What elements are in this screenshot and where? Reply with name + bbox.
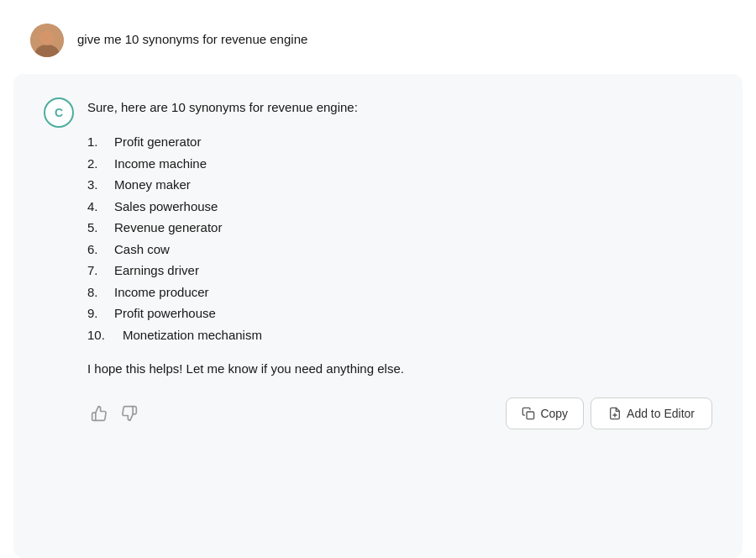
chat-container: give me 10 synonyms for revenue engine C… — [0, 0, 756, 558]
ai-intro: Sure, here are 10 synonyms for revenue e… — [87, 97, 712, 118]
list-number-1: 1. — [87, 131, 111, 153]
list-text-2: Income machine — [114, 153, 207, 175]
ai-avatar: C — [44, 97, 74, 128]
list-item: 3. Money maker — [87, 174, 712, 196]
list-item: 7. Earnings driver — [87, 260, 712, 282]
add-to-editor-button[interactable]: Add to Editor — [591, 397, 712, 429]
list-number-8: 8. — [87, 282, 111, 303]
list-text-3: Money maker — [114, 174, 191, 196]
thumbs-down-icon — [121, 405, 138, 422]
user-message-text: give me 10 synonyms for revenue engine — [77, 24, 307, 50]
list-item: 10. Monetization mechanism — [87, 324, 712, 346]
svg-rect-0 — [527, 412, 534, 419]
ai-content: Sure, here are 10 synonyms for revenue e… — [87, 97, 712, 440]
list-number-9: 9. — [87, 303, 111, 324]
list-text-8: Income producer — [114, 282, 209, 303]
user-avatar — [30, 24, 64, 57]
feedback-buttons — [87, 402, 141, 425]
list-text-4: Sales powerhouse — [114, 196, 218, 218]
synonym-list: 1. Profit generator 2. Income machine 3.… — [87, 131, 712, 345]
copy-label: Copy — [540, 407, 568, 420]
thumbs-down-button[interactable] — [118, 402, 141, 425]
list-number-10: 10. — [87, 324, 119, 346]
add-to-editor-label: Add to Editor — [627, 407, 695, 420]
thumbs-up-icon — [91, 405, 108, 422]
list-number-5: 5. — [87, 217, 111, 239]
user-message: give me 10 synonyms for revenue engine — [0, 0, 756, 74]
list-text-9: Profit powerhouse — [114, 303, 216, 324]
list-text-5: Revenue generator — [114, 217, 222, 239]
list-text-6: Cash cow — [114, 239, 170, 261]
thumbs-up-button[interactable] — [87, 402, 111, 425]
list-text-1: Profit generator — [114, 131, 201, 153]
list-number-3: 3. — [87, 174, 111, 196]
add-to-editor-icon — [608, 407, 622, 420]
ai-outro: I hope this helps! Let me know if you ne… — [87, 359, 712, 379]
list-item: 8. Income producer — [87, 282, 712, 303]
list-item: 6. Cash cow — [87, 239, 712, 261]
action-bar: Copy Add to Editor — [87, 386, 712, 440]
action-buttons: Copy Add to Editor — [506, 397, 712, 429]
list-text-7: Earnings driver — [114, 260, 199, 282]
list-text-10: Monetization mechanism — [123, 324, 262, 346]
list-item: 2. Income machine — [87, 153, 712, 175]
list-item: 9. Profit powerhouse — [87, 303, 712, 324]
list-number-4: 4. — [87, 196, 111, 218]
list-number-2: 2. — [87, 153, 111, 175]
avatar-face — [30, 24, 64, 57]
list-number-6: 6. — [87, 239, 111, 261]
list-item: 1. Profit generator — [87, 131, 712, 153]
list-number-7: 7. — [87, 260, 111, 282]
ai-message: C Sure, here are 10 synonyms for revenue… — [13, 74, 743, 558]
copy-icon — [522, 407, 535, 420]
copy-button[interactable]: Copy — [506, 397, 584, 429]
list-item: 5. Revenue generator — [87, 217, 712, 239]
list-item: 4. Sales powerhouse — [87, 196, 712, 218]
